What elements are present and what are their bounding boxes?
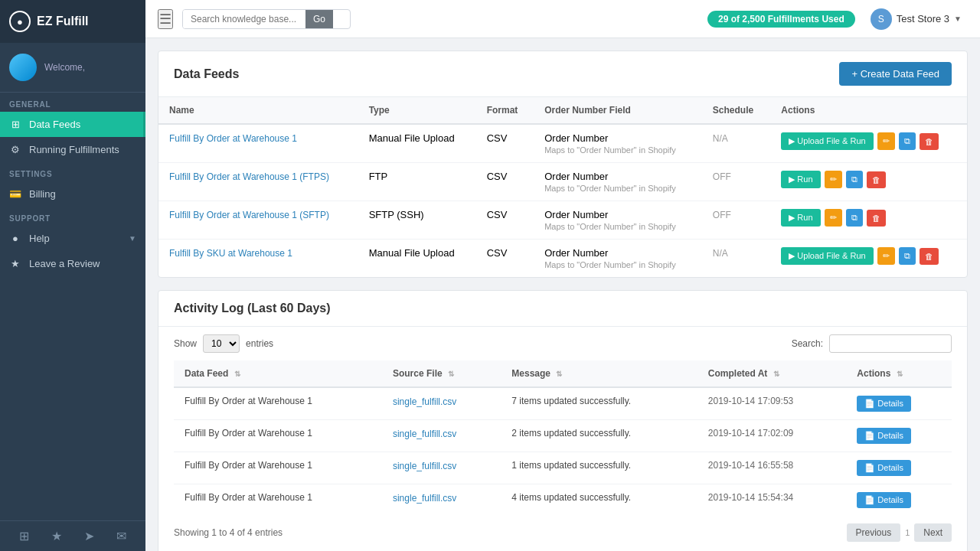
source-file-link[interactable]: single_fulfill.csv (393, 493, 456, 504)
details-button[interactable]: 📄 Details (857, 460, 911, 476)
table-row: Fulfill By Order at Warehouse 1 single_f… (174, 484, 952, 517)
show-label: Show (174, 338, 197, 349)
upload-run-button[interactable]: ▶ Upload File & Run (781, 247, 873, 265)
source-file-link[interactable]: single_fulfill.csv (393, 461, 456, 471)
bottom-icon-1[interactable]: ⊞ (19, 529, 29, 543)
log-actions: 📄 Details (846, 420, 952, 452)
table-row: Fulfill By Order at Warehouse 1 (FTPS) F… (158, 163, 967, 201)
log-controls: Show 10 25 50 entries Search: (158, 327, 967, 360)
delete-button[interactable]: 🗑 (867, 210, 886, 227)
log-source: single_fulfill.csv (382, 452, 501, 484)
delete-button[interactable]: 🗑 (867, 171, 886, 188)
main-wrapper: ☰ Go 29 of 2,500 Fulfillments Used S Tes… (145, 0, 980, 551)
edit-button[interactable]: ✏ (825, 171, 842, 188)
details-button[interactable]: 📄 Details (857, 492, 911, 508)
feed-name-link[interactable]: Fulfill By Order at Warehouse 1 (169, 133, 297, 144)
feed-order-field: Order Number Maps to "Order Number" in S… (534, 163, 702, 201)
log-search-input[interactable] (829, 334, 952, 353)
log-completed-at: 2019-10-14 17:02:09 (697, 420, 847, 452)
entries-select[interactable]: 10 25 50 (203, 334, 240, 353)
sidebar-item-help[interactable]: ● Help ▼ (0, 226, 145, 251)
show-entries-row: Show 10 25 50 entries (158, 327, 289, 360)
upload-run-button[interactable]: ▶ Upload File & Run (781, 132, 873, 150)
sidebar-item-label: Running Fulfillments (29, 144, 119, 155)
sidebar-item-leave-review[interactable]: ★ Leave a Review (0, 251, 145, 276)
edit-button[interactable]: ✏ (825, 209, 842, 227)
feed-name-link[interactable]: Fulfill By Order at Warehouse 1 (SFTP) (169, 210, 329, 220)
feed-name-link[interactable]: Fulfill By Order at Warehouse 1 (FTPS) (169, 171, 329, 182)
source-file-link[interactable]: single_fulfill.csv (393, 429, 456, 439)
source-file-link[interactable]: single_fulfill.csv (393, 396, 456, 407)
log-actions: 📄 Details (846, 452, 952, 484)
showing-text: Showing 1 to 4 of 4 entries (158, 520, 298, 546)
log-feed: Fulfill By Order at Warehouse 1 (174, 420, 382, 452)
table-row: Fulfill By SKU at Warehouse 1 Manual Fil… (158, 240, 967, 278)
sidebar-item-label: Leave a Review (29, 258, 100, 269)
run-button[interactable]: ▶ Run (781, 171, 820, 188)
copy-button[interactable]: ⧉ (846, 209, 863, 227)
sidebar-logo: ● EZ Fulfill (0, 0, 145, 43)
table-row: Fulfill By Order at Warehouse 1 (SFTP) S… (158, 201, 967, 240)
store-selector[interactable]: S Test Store 3 ▼ (864, 5, 968, 33)
delete-button[interactable]: 🗑 (920, 133, 939, 150)
log-source: single_fulfill.csv (382, 420, 501, 452)
feed-order-field: Order Number Maps to "Order Number" in S… (534, 201, 702, 240)
log-col-completed: Completed At ⇅ (697, 360, 847, 387)
copy-button[interactable]: ⧉ (846, 171, 863, 188)
hamburger-button[interactable]: ☰ (158, 9, 173, 29)
action-buttons: ▶ Run ✏ ⧉ 🗑 (781, 209, 956, 227)
log-feed: Fulfill By Order at Warehouse 1 (174, 452, 382, 484)
store-name: Test Store 3 (897, 13, 949, 24)
search-go-button[interactable]: Go (305, 10, 333, 28)
sidebar-user: Welcome, (0, 43, 145, 93)
data-feeds-title: Data Feeds (174, 67, 239, 81)
bottom-icon-4[interactable]: ✉ (116, 529, 126, 543)
log-completed-at: 2019-10-14 17:09:53 (697, 387, 847, 420)
data-feeds-card: Data Feeds + Create Data Feed Name Type … (158, 51, 968, 278)
details-button[interactable]: 📄 Details (857, 396, 911, 412)
feed-format: CSV (476, 163, 534, 201)
details-button[interactable]: 📄 Details (857, 428, 911, 444)
copy-button[interactable]: ⧉ (899, 247, 916, 265)
next-button[interactable]: Next (914, 523, 952, 542)
log-source: single_fulfill.csv (382, 387, 501, 420)
sidebar-item-data-feeds[interactable]: ⊞ Data Feeds (0, 112, 145, 137)
fulfillments-badge: 29 of 2,500 Fulfillments Used (707, 11, 855, 28)
sidebar-item-billing[interactable]: 💳 Billing (0, 181, 145, 207)
settings-section-label: SETTINGS (0, 162, 145, 181)
edit-button[interactable]: ✏ (877, 247, 895, 265)
delete-button[interactable]: 🗑 (920, 248, 939, 265)
help-icon: ● (9, 233, 21, 244)
avatar (9, 54, 37, 81)
bottom-icon-3[interactable]: ➤ (84, 529, 94, 543)
activity-log-card: Activity Log (Last 60 Days) Show 10 25 5… (158, 290, 968, 551)
activity-log-header: Activity Log (Last 60 Days) (158, 291, 967, 327)
log-col-actions: Actions ⇅ (846, 360, 952, 387)
log-feed: Fulfill By Order at Warehouse 1 (174, 387, 382, 420)
entries-label: entries (246, 338, 273, 349)
sidebar-item-label: Billing (29, 188, 56, 200)
edit-button[interactable]: ✏ (877, 132, 895, 150)
table-row: Fulfill By Order at Warehouse 1 single_f… (174, 420, 952, 452)
running-fulfillments-icon: ⚙ (9, 144, 21, 155)
log-message: 2 items updated successfully. (501, 420, 697, 452)
copy-button[interactable]: ⧉ (899, 132, 916, 150)
col-name: Name (158, 97, 358, 124)
feed-name-link[interactable]: Fulfill By SKU at Warehouse 1 (169, 248, 292, 259)
prev-button[interactable]: Previous (847, 523, 901, 542)
sidebar-item-running-fulfillments[interactable]: ⚙ Running Fulfillments (0, 137, 145, 162)
pagination: Previous 1 Next (831, 516, 968, 549)
feed-format: CSV (476, 240, 534, 278)
feed-schedule: N/A (702, 240, 770, 278)
feed-schedule: N/A (702, 124, 770, 163)
log-message: 1 items updated successfully. (501, 452, 697, 484)
sidebar-bottom: ⊞ ★ ➤ ✉ (0, 520, 145, 551)
create-data-feed-button[interactable]: + Create Data Feed (839, 62, 952, 86)
run-button[interactable]: ▶ Run (781, 209, 820, 227)
log-table-wrapper: Data Feed ⇅ Source File ⇅ Message ⇅ Comp… (158, 360, 967, 516)
data-feeds-icon: ⊞ (9, 119, 21, 130)
col-schedule: Schedule (702, 97, 770, 124)
search-input[interactable] (183, 10, 305, 28)
bottom-icon-2[interactable]: ★ (51, 529, 62, 543)
store-icon: S (871, 8, 892, 30)
